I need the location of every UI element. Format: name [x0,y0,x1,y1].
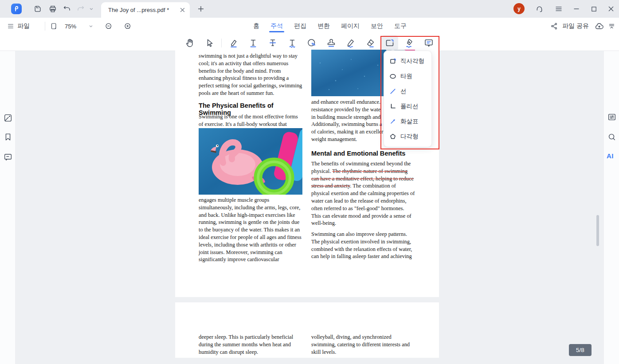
page5-left-para1: Swimming is one of the most effective fo… [199,113,302,128]
print-button[interactable] [48,4,58,14]
new-tab-button[interactable] [196,4,206,14]
redo-button[interactable] [76,4,86,14]
pdf-page-6: deeper sleep. This is particularly benef… [175,302,439,358]
highlighter-icon [228,38,239,48]
strikethrough-tool-button[interactable] [263,35,282,51]
pencil-tool-button[interactable] [341,35,360,51]
note-comment-icon [423,38,434,48]
rectangle-icon [389,58,396,65]
search-panel-button[interactable] [607,132,617,142]
app-menu-button[interactable] [554,4,564,14]
ai-assistant-button[interactable]: AI [607,152,616,162]
stamp-icon [326,38,337,48]
undo-button[interactable] [62,4,72,14]
maximize-button[interactable] [589,4,599,14]
divider [45,22,45,31]
comments-panel-button[interactable] [3,152,13,162]
bookmark-icon [3,132,13,142]
avatar-initial: y [517,6,521,12]
zoom-out-button[interactable] [105,22,113,31]
tab-close-icon[interactable] [180,7,185,13]
right-sidebar: AI [603,51,619,364]
page-indicator-badge: 5/8 [569,344,592,356]
polyline-icon [389,103,396,110]
app-logo[interactable] [11,4,22,14]
shape-menu-item-line[interactable]: 선 [384,84,431,99]
eraser-tool-button[interactable] [360,35,380,51]
shape-menu-item-polygon[interactable]: 다각형 [384,129,431,144]
page6-right-para: volleyball, diving, and synchronized swi… [311,333,415,356]
text-underline-icon [248,38,259,48]
shape-menu-item-ellipse[interactable]: 타원 [384,69,431,84]
shapes-tool-button[interactable] [381,35,398,51]
close-button[interactable] [606,4,616,14]
select-tool-button[interactable] [200,35,219,51]
page5-left-para2: engages multiple muscle groups simultane… [199,196,302,263]
file-menu-button[interactable]: 파일 [7,22,30,30]
history-dropdown-button[interactable] [88,4,94,14]
page5-right-heading: Mental and Emotional Benefits [311,150,415,157]
highlight-tool-button[interactable] [224,35,243,51]
save-button[interactable] [33,4,43,14]
hand-tool-button[interactable] [180,35,200,51]
user-avatar[interactable]: y [513,3,525,14]
shape-dropdown-menu: 직사각형 타원 선 폴리선 화살표 다각형 [384,51,432,147]
divider [219,39,224,47]
properties-panel-button[interactable] [607,112,617,122]
zoom-dropdown-chevron-icon[interactable] [89,24,93,28]
note-tool-button[interactable] [419,35,439,51]
document-tab[interactable]: The Joy of ...press.pdf * [101,2,190,18]
squiggly-underline-tool-button[interactable] [282,35,302,51]
cloud-upload-icon[interactable] [595,22,604,31]
stamp-tool-button[interactable] [321,35,341,51]
shape-menu-item-label: 다각형 [400,133,419,141]
page5-right-para3: Swimming can also improve sleep patterns… [311,231,415,260]
zoom-level-value[interactable]: 75% [65,23,76,30]
shape-menu-item-arrow[interactable]: 화살표 [384,114,431,129]
document-tab-title: The Joy of ...press.pdf * [108,7,180,13]
share-icon[interactable] [550,22,558,30]
tab-tools[interactable]: 도구 [394,18,407,34]
area-highlight-icon [306,38,317,48]
tab-protect[interactable]: 보안 [370,18,384,34]
thumbnails-panel-button[interactable] [3,113,13,123]
shape-menu-item-label: 직사각형 [400,57,424,65]
bookmarks-panel-button[interactable] [3,132,13,142]
ribbon-tabs: 홈 주석 편집 변환 페이지 보안 도구 [253,18,407,35]
shape-menu-item-rectangle[interactable]: 직사각형 [384,54,431,69]
text-squiggly-icon [287,38,298,48]
tab-edit[interactable]: 편집 [294,18,307,34]
ellipse-icon [389,73,396,80]
tab-home[interactable]: 홈 [253,18,260,34]
minimize-button[interactable] [572,4,581,14]
tab-page[interactable]: 페이지 [341,18,360,34]
properties-icon [607,112,617,122]
collapse-toolbar-icon[interactable] [608,23,615,30]
shape-menu-item-polyline[interactable]: 폴리선 [384,99,431,114]
pool-floats-image [199,128,302,195]
line-icon [389,88,396,95]
hand-icon [184,38,195,48]
comment-icon [3,152,13,162]
chevron-down-icon [89,7,94,11]
plus-icon [197,5,204,12]
tab-convert[interactable]: 변환 [317,18,330,34]
hamburger-icon [555,5,563,13]
file-share-label[interactable]: 파일 공유 [562,22,589,30]
file-menu-label: 파일 [17,22,30,30]
pdfelement-logo-icon [12,5,20,13]
area-highlight-tool-button[interactable] [302,35,321,51]
support-button[interactable] [534,4,544,14]
page-fit-icon[interactable] [50,22,58,30]
signature-pen-tool-button[interactable] [400,35,419,51]
zoom-in-button[interactable] [124,22,132,31]
shape-menu-item-label: 화살표 [400,117,419,125]
vertical-scrollbar-thumb[interactable] [596,215,599,246]
text-strikethrough-icon [267,38,278,48]
tab-comment[interactable]: 주석 [270,18,283,34]
thumbnails-icon [3,113,13,123]
page5-right-para2: The benefits of swimming extend beyond t… [311,160,415,227]
undo-icon [63,4,71,13]
underline-tool-button[interactable] [243,35,263,51]
menu-bar: 파일 75% 홈 주석 편집 변환 페이지 보안 도구 파일 공유 [0,18,619,35]
